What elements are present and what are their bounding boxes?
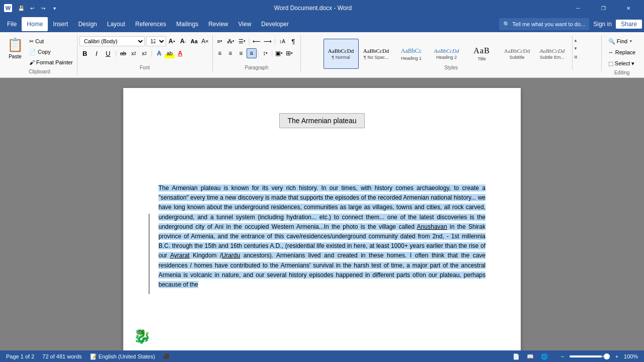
document-area: 🐉 The Armenian plateau The Armenian plat… — [0, 78, 644, 350]
record-macro-button[interactable]: ⬛ — [163, 353, 170, 360]
quick-access-dropdown[interactable]: ▾ — [49, 3, 59, 13]
text-effects-button[interactable]: A — [154, 48, 164, 58]
share-button[interactable]: Share — [616, 20, 642, 29]
scroll-down-arrow[interactable]: ▼ — [574, 46, 578, 51]
tell-me-search[interactable]: 🔍 Tell me what you want to do... — [499, 18, 589, 30]
scissors-icon: ✂ — [29, 38, 34, 45]
change-case-button[interactable]: Aa — [189, 36, 199, 46]
style-subtle-em[interactable]: AaBbCcDd Subtle Em... — [535, 39, 570, 69]
search-icon: 🔍 — [503, 21, 510, 28]
style-normal[interactable]: AaBbCcDd ¶ Normal — [324, 39, 359, 69]
word-icon: W — [4, 4, 12, 12]
justify-button[interactable]: ≡ — [247, 48, 257, 58]
menu-file[interactable]: File — [2, 17, 22, 31]
style-heading2-label: Heading 2 — [436, 55, 457, 60]
clipboard-small-buttons: ✂ Cut 📄 Copy 🖌 Format Painter — [27, 36, 75, 67]
underline-button[interactable]: U — [103, 48, 114, 58]
superscript-button[interactable]: x2 — [139, 48, 149, 58]
expand-arrow[interactable]: ⊞ — [574, 55, 578, 59]
copy-button[interactable]: 📄 Copy — [27, 47, 75, 57]
print-layout-button[interactable]: 📄 — [511, 351, 521, 361]
replace-icon: ↔ — [608, 49, 614, 55]
align-center-button[interactable]: ≡ — [225, 48, 235, 58]
style-subtitle[interactable]: AaBbCcDd Subtitle — [500, 39, 535, 69]
zoom-handle[interactable] — [604, 353, 610, 359]
font-grow-button[interactable]: A+ — [167, 36, 177, 46]
language-indicator[interactable]: 📝 English (United States) — [90, 353, 155, 360]
blank-area — [158, 143, 486, 184]
scroll-up-arrow[interactable]: ▲ — [574, 38, 578, 43]
borders-button[interactable]: ⊞▾ — [284, 48, 294, 58]
numbering-button[interactable]: ⁂▾ — [226, 36, 236, 46]
document-page: 🐉 The Armenian plateau The Armenian plat… — [123, 88, 521, 350]
redo-button[interactable]: ↪ — [38, 3, 48, 13]
ribbon: 📋 Paste ✂ Cut 📄 Copy 🖌 Format Painter — [0, 32, 644, 78]
save-button[interactable]: 💾 — [16, 3, 26, 13]
zoom-slider[interactable] — [570, 355, 610, 357]
align-right-button[interactable]: ≡ — [236, 48, 246, 58]
menu-review[interactable]: Review — [203, 17, 233, 31]
bold-button[interactable]: B — [79, 48, 91, 58]
language-label: English (United States) — [99, 353, 155, 359]
font-name-select[interactable]: Calibri (Body) — [79, 36, 145, 46]
style-heading2[interactable]: AaBbCcDd Heading 2 — [429, 39, 464, 69]
close-button[interactable]: ✕ — [617, 0, 640, 16]
undo-button[interactable]: ↩ — [27, 3, 37, 13]
font-color-button[interactable]: A — [175, 48, 185, 58]
increase-indent-button[interactable]: ⟶ — [263, 36, 273, 46]
style-heading1[interactable]: AaBbCc Heading 1 — [394, 39, 429, 69]
menu-view[interactable]: View — [233, 17, 257, 31]
decrease-indent-button[interactable]: ⟵ — [252, 36, 262, 46]
paste-button[interactable]: 📋 Paste — [4, 36, 26, 60]
read-mode-button[interactable]: 📖 — [525, 351, 535, 361]
highlight-button[interactable]: ab — [165, 48, 175, 58]
subscript-button[interactable]: x2 — [129, 48, 139, 58]
italic-button[interactable]: I — [91, 48, 102, 58]
font-label: Font — [77, 65, 212, 70]
font-size-select[interactable]: 12 — [146, 36, 166, 46]
clear-format-button[interactable]: A✕ — [200, 36, 210, 46]
anushavan-text: Anushavan — [417, 223, 447, 230]
restore-button[interactable]: ❐ — [592, 0, 615, 16]
clipboard-label: Clipboard — [2, 69, 77, 74]
title-bar: W 💾 ↩ ↪ ▾ Word Document.docx - Word ─ ❐ … — [0, 0, 644, 16]
menu-insert[interactable]: Insert — [48, 17, 73, 31]
zoom-out-button[interactable]: − — [557, 351, 568, 361]
web-layout-button[interactable]: 🌐 — [539, 351, 549, 361]
menu-references[interactable]: References — [130, 17, 171, 31]
styles-label: Styles — [301, 65, 601, 70]
menu-design[interactable]: Design — [73, 17, 102, 31]
shading-button[interactable]: ▣▾ — [274, 48, 284, 58]
minimize-button[interactable]: ─ — [567, 0, 590, 16]
format-painter-label: Format Painter — [36, 59, 73, 65]
sign-in-button[interactable]: Sign in — [593, 21, 612, 28]
zoom-in-button[interactable]: + — [612, 351, 622, 361]
bullets-button[interactable]: ≡▾ — [215, 36, 225, 46]
find-label: Find — [617, 38, 627, 44]
menu-layout[interactable]: Layout — [102, 17, 130, 31]
replace-button[interactable]: ↔ Replace — [606, 47, 637, 57]
menu-developer[interactable]: Developer — [256, 17, 294, 31]
menu-mailings[interactable]: Mailings — [171, 17, 203, 31]
select-button[interactable]: ⬚ Select ▾ — [606, 58, 637, 68]
align-left-button[interactable]: ≡ — [215, 48, 225, 58]
dragon-logo: 🐉 — [133, 328, 151, 344]
paragraph-group: ≡▾ ⁂▾ ☰▾ | ⟵ ⟶ | ↕A ¶ ≡ ≡ ≡ ≡ | ↕▾ — [213, 35, 301, 71]
show-paragraph-button[interactable]: ¶ — [288, 36, 298, 46]
multilevel-button[interactable]: ☰▾ — [237, 36, 247, 46]
style-no-spacing[interactable]: AaBbCcDd ¶ No Spac... — [359, 39, 394, 69]
format-painter-button[interactable]: 🖌 Format Painter — [27, 57, 75, 67]
style-subtle-em-preview: AaBbCcDd — [539, 48, 565, 54]
cut-button[interactable]: ✂ Cut — [27, 36, 75, 46]
strikethrough-button[interactable]: ab — [118, 48, 128, 58]
style-normal-preview: AaBbCcDd — [328, 48, 354, 54]
font-shrink-button[interactable]: A- — [178, 36, 188, 46]
find-dropdown[interactable]: ▾ — [630, 39, 632, 43]
line-spacing-button[interactable]: ↕▾ — [260, 48, 270, 58]
find-button[interactable]: 🔍 Find ▾ — [606, 36, 634, 46]
menu-home[interactable]: Home — [22, 17, 48, 31]
style-title[interactable]: AaB Title — [464, 39, 500, 69]
body-text-selected: The Armenian plateau is known for its ve… — [158, 185, 486, 288]
sort-button[interactable]: ↕A — [277, 36, 287, 46]
selection-bar — [148, 214, 150, 294]
